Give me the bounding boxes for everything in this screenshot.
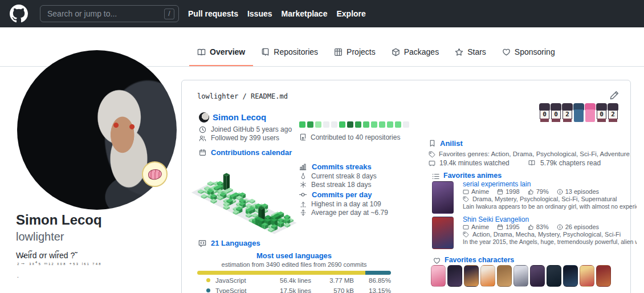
anime-score: 79% bbox=[536, 188, 549, 195]
contribution-square bbox=[315, 121, 321, 128]
contribution-square bbox=[339, 121, 345, 128]
tab-sponsoring[interactable]: Sponsoring bbox=[494, 39, 563, 66]
character-thumbnail[interactable] bbox=[497, 265, 512, 287]
thumbs-up-icon bbox=[528, 189, 534, 195]
languages-subtitle: estimation from 3490 edited files from 2… bbox=[197, 261, 391, 268]
character-thumbnail[interactable] bbox=[563, 265, 578, 287]
anime-score: 83% bbox=[536, 223, 549, 230]
chapters-read-text: 5.79k chapters read bbox=[540, 159, 601, 167]
thumbs-up-icon bbox=[528, 224, 534, 230]
list-icon bbox=[432, 173, 439, 180]
anime-type: Anime bbox=[471, 223, 489, 230]
nav-marketplace[interactable]: Marketplace bbox=[282, 9, 328, 18]
anime-meta-evangelion: Anime 1995 83% 26 episodes bbox=[463, 223, 599, 230]
profile-readme-card: lowlighter / README.md 00202 Simon Lecoq… bbox=[181, 80, 631, 293]
info-circle-icon bbox=[557, 189, 563, 195]
favorites-animes-link[interactable]: Favorites animes bbox=[443, 172, 502, 180]
anime-thumbnail-evangelion[interactable] bbox=[432, 217, 454, 249]
status-emoji-icon bbox=[147, 168, 162, 181]
counter-sprite-digit: 0 bbox=[551, 103, 561, 122]
anilist-link[interactable]: Anilist bbox=[440, 139, 463, 148]
tag-icon bbox=[463, 231, 469, 238]
character-thumbnail[interactable] bbox=[547, 265, 561, 287]
counter-sprite-digit: 2 bbox=[562, 103, 573, 122]
joined-text: Joined GitHub 5 years ago bbox=[211, 125, 292, 133]
javascript-lines: 56.4k lines bbox=[263, 277, 311, 284]
calendar-icon bbox=[497, 224, 503, 230]
tab-repositories[interactable]: Repositories bbox=[253, 39, 326, 66]
isometric-contribution-calendar bbox=[190, 159, 301, 236]
favorite-characters-row bbox=[431, 265, 611, 287]
star-icon bbox=[455, 48, 463, 56]
counter-sprite bbox=[573, 103, 584, 122]
anime-genres-lain: Drama, Mystery, Psychological, Sci-Fi, S… bbox=[472, 196, 617, 202]
character-thumbnail[interactable] bbox=[480, 265, 495, 287]
contribution-square bbox=[379, 121, 385, 128]
tv-icon bbox=[429, 160, 435, 166]
arrow-up-icon bbox=[300, 201, 307, 207]
heart-icon bbox=[433, 257, 441, 264]
clock-icon bbox=[199, 126, 206, 133]
nav-issues[interactable]: Issues bbox=[247, 9, 272, 18]
favorites-characters-link[interactable]: Favorites characters bbox=[445, 256, 514, 264]
most-used-languages-block: Most used languages estimation from 3490… bbox=[197, 251, 391, 293]
character-thumbnail[interactable] bbox=[464, 265, 479, 287]
tab-packages[interactable]: Packages bbox=[384, 39, 447, 66]
anime-episodes: 26 episodes bbox=[565, 223, 599, 230]
anime-thumbnail-lain[interactable] bbox=[432, 181, 454, 214]
search-input[interactable]: Search or jump to... / bbox=[40, 5, 179, 22]
contributions-calendar-link[interactable]: Contributions calendar bbox=[211, 148, 292, 157]
contribution-square bbox=[387, 121, 393, 128]
contribution-square bbox=[355, 121, 361, 128]
profile-bio: W̴ei̇r̃d ơr wi̇r̃ed ?̃ bbox=[16, 251, 75, 260]
bar-graph-icon bbox=[299, 163, 307, 170]
anime-title-lain[interactable]: serial experiments lain bbox=[463, 180, 531, 188]
package-icon bbox=[392, 48, 400, 56]
tab-overview[interactable]: Overview bbox=[189, 39, 253, 66]
most-used-languages-title[interactable]: Most used languages bbox=[197, 251, 391, 260]
anime-title-evangelion[interactable]: Shin Seiki Evangelion bbox=[463, 215, 529, 223]
profile-bio-glitch: ₂→ ₃ₓ⁴₅ ₘ₁₂ ₓ₀₈ ₊₅₃ ᵢ₆₁ ₇₄₈ bbox=[17, 260, 102, 266]
tab-repositories-label: Repositories bbox=[274, 47, 318, 56]
languages-count-link[interactable]: 21 Languages bbox=[211, 239, 260, 247]
contribution-square bbox=[331, 121, 337, 128]
tab-projects-label: Projects bbox=[347, 47, 376, 56]
status-emoji-badge[interactable] bbox=[142, 161, 168, 187]
commits-streaks-link[interactable]: Commits streaks bbox=[312, 162, 372, 171]
anime-genres-evangelion: Action, Drama, Mecha, Mystery, Psycholog… bbox=[472, 231, 621, 238]
character-thumbnail[interactable] bbox=[580, 265, 594, 287]
github-profile-page: Search or jump to... / Pull requests Iss… bbox=[0, 0, 644, 293]
commits-per-day-link[interactable]: Commits per day bbox=[312, 190, 372, 199]
typescript-color-dot bbox=[206, 288, 210, 292]
javascript-size: 3.77 MB bbox=[311, 277, 354, 284]
javascript-name: JavaScript bbox=[215, 277, 263, 284]
character-thumbnail[interactable] bbox=[431, 265, 446, 287]
metrics-user-name[interactable]: Simon Lecoq bbox=[213, 112, 266, 122]
counter-sprite-digit: 0 bbox=[539, 103, 550, 122]
typescript-lines: 17.5k lines bbox=[263, 287, 311, 293]
tag-icon bbox=[463, 196, 469, 202]
javascript-percent: 86.85% bbox=[354, 277, 391, 284]
info-circle-icon bbox=[557, 224, 563, 230]
tv-icon bbox=[463, 189, 469, 195]
anime-episodes: 13 episodes bbox=[565, 188, 599, 195]
tab-sponsoring-label: Sponsoring bbox=[515, 47, 555, 56]
github-logo-icon[interactable] bbox=[10, 5, 28, 23]
nav-explore[interactable]: Explore bbox=[336, 9, 365, 18]
anime-desc-lain: Lain Iwakura appears to be an ordinary g… bbox=[463, 203, 637, 217]
arrows-up-down-icon bbox=[300, 209, 307, 216]
character-thumbnail[interactable] bbox=[530, 265, 545, 287]
favorite-genres-text: Favorites genres: Action, Drama, Psychol… bbox=[439, 150, 630, 157]
tab-projects[interactable]: Projects bbox=[326, 39, 384, 66]
nav-pull-requests[interactable]: Pull requests bbox=[188, 9, 238, 18]
javascript-color-dot bbox=[206, 278, 210, 282]
comment-code-icon bbox=[198, 239, 206, 247]
character-thumbnail[interactable] bbox=[513, 265, 528, 287]
edit-readme-pencil-icon[interactable] bbox=[610, 91, 619, 100]
tab-stars[interactable]: Stars bbox=[447, 39, 494, 66]
character-thumbnail[interactable] bbox=[447, 265, 462, 287]
calendar-icon bbox=[199, 149, 206, 156]
typescript-name: TypeScript bbox=[215, 287, 263, 293]
character-thumbnail[interactable] bbox=[596, 265, 611, 287]
profile-name: Simon Lecoq bbox=[16, 212, 102, 228]
